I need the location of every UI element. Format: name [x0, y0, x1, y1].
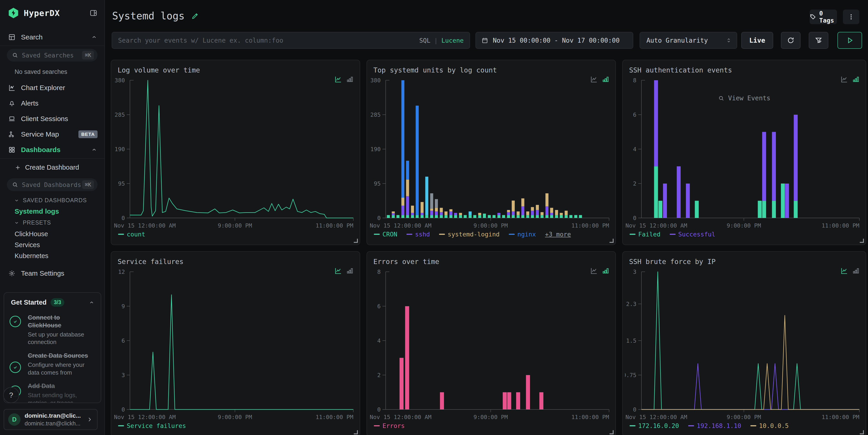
- presets-section[interactable]: PRESETS: [14, 219, 51, 226]
- legend-item[interactable]: systemd-logind: [439, 231, 500, 238]
- chart-explorer-icon: [8, 84, 16, 91]
- hyperdx-logo-icon: [8, 8, 19, 18]
- sidebar-item-client-sessions[interactable]: Client Sessions: [8, 115, 98, 123]
- sql-mode[interactable]: SQL: [419, 37, 430, 44]
- filter-funnel-icon: [815, 36, 823, 44]
- svg-text:0: 0: [377, 406, 381, 413]
- granularity-select[interactable]: Auto Granularity: [640, 32, 737, 49]
- svg-text:Nov 15 12:00:00 AM: Nov 15 12:00:00 AM: [114, 414, 176, 421]
- legend-item[interactable]: +3 more: [545, 231, 571, 238]
- more-options-kebab-icon[interactable]: [843, 9, 859, 24]
- check-circle-icon: [9, 316, 21, 327]
- sidebar-item-alerts[interactable]: Alerts: [8, 99, 98, 107]
- checklist-item-data-sources[interactable]: Create Data Sources Configure where your…: [4, 346, 101, 376]
- svg-text:9:00:00 PM: 9:00:00 PM: [218, 414, 252, 421]
- legend-item[interactable]: count: [118, 231, 145, 238]
- preset-services[interactable]: Services: [14, 241, 40, 249]
- divider: [0, 45, 104, 46]
- checklist-desc: Configure where your data comes from: [28, 361, 95, 377]
- create-dashboard-button[interactable]: Create Dashboard: [14, 164, 98, 171]
- chart-legend: 172.16.0.20192.168.1.1010.0.0.5: [629, 422, 789, 429]
- chart-canvas[interactable]: 86420Nov 15 12:00:00 AM9:00:00 PM11:00:0…: [625, 75, 863, 230]
- resize-handle[interactable]: [610, 430, 614, 434]
- chevron-right-icon: [86, 416, 93, 423]
- legend-item[interactable]: Successful: [670, 231, 715, 238]
- svg-text:9:00:00 PM: 9:00:00 PM: [473, 414, 508, 421]
- run-query-play-button[interactable]: [837, 32, 862, 49]
- legend-item[interactable]: sshd: [406, 231, 430, 238]
- live-button[interactable]: Live: [741, 32, 773, 49]
- resize-handle[interactable]: [354, 430, 358, 434]
- user-menu[interactable]: D dominic.tran@clic... dominic.tran@clic…: [4, 409, 98, 430]
- query-language-toggle[interactable]: SQL | Lucene: [419, 37, 464, 44]
- chevron-up-icon[interactable]: [88, 299, 95, 306]
- granularity-value: Auto Granularity: [646, 37, 708, 44]
- legend-item[interactable]: 172.16.0.20: [629, 422, 679, 429]
- svg-text:9:00:00 PM: 9:00:00 PM: [727, 222, 761, 229]
- checklist-item-add-data[interactable]: Add Data Start sending logs, metrics, or…: [4, 376, 101, 403]
- edit-title-pencil-icon[interactable]: [191, 12, 199, 20]
- legend-item[interactable]: CRON: [374, 231, 397, 238]
- sidebar-item-search[interactable]: Search: [8, 33, 98, 41]
- lucene-mode[interactable]: Lucene: [441, 37, 464, 44]
- svg-text:11:00:00 PM: 11:00:00 PM: [822, 414, 859, 421]
- panel-service-failures: Service failures 129630Nov 15 12:00:00 A…: [111, 251, 360, 435]
- refresh-button[interactable]: [781, 32, 801, 49]
- panel-title: Service failures: [118, 258, 184, 266]
- date-range-picker[interactable]: Nov 15 00:00:00 - Nov 17 00:00:00: [475, 32, 633, 49]
- event-search-input[interactable]: Search your events w/ Lucene ex. column:…: [112, 32, 470, 49]
- legend-item[interactable]: nginx: [509, 231, 536, 238]
- svg-text:95: 95: [374, 180, 381, 187]
- svg-text:2: 2: [377, 372, 381, 378]
- svg-text:4: 4: [633, 146, 637, 153]
- chart-canvas[interactable]: 129630Nov 15 12:00:00 AM9:00:00 PM11:00:…: [114, 266, 358, 421]
- saved-dashboards-input[interactable]: Saved Dashboards ⌘K: [7, 178, 98, 191]
- sidebar-collapse-icon[interactable]: [89, 9, 98, 17]
- panel-title: Top systemd units by log count: [373, 66, 497, 74]
- help-button[interactable]: ?: [3, 387, 19, 403]
- sidebar-item-label: Service Map: [21, 130, 59, 138]
- chart-legend: FailedSuccessful: [629, 231, 715, 238]
- sidebar-item-dashboards[interactable]: Dashboards: [8, 146, 98, 154]
- tags-button[interactable]: 0 Tags: [810, 9, 837, 24]
- legend-item[interactable]: Errors: [374, 422, 405, 429]
- create-dashboard-label: Create Dashboard: [25, 164, 79, 171]
- chart-canvas[interactable]: 86420Nov 15 12:00:00 AM9:00:00 PM11:00:0…: [369, 266, 613, 421]
- panel-title: Log volume over time: [118, 66, 200, 74]
- saved-searches-placeholder: Saved Searches: [22, 52, 74, 59]
- sidebar-item-chart-explorer[interactable]: Chart Explorer: [8, 84, 98, 92]
- svg-text:9:00:00 PM: 9:00:00 PM: [727, 414, 761, 421]
- legend-item[interactable]: Failed: [629, 231, 660, 238]
- filter-button[interactable]: [809, 32, 828, 49]
- sidebar-item-team-settings[interactable]: Team Settings: [8, 270, 98, 277]
- page-title-row: Systemd logs: [112, 10, 199, 22]
- panel-top-systemd-units: Top systemd units by log count 380285190…: [367, 60, 616, 245]
- chart-canvas[interactable]: 380285190950Nov 15 12:00:00 AM9:00:00 PM…: [369, 75, 613, 230]
- svg-text:9:00:00 PM: 9:00:00 PM: [473, 222, 508, 229]
- saved-dashboards-section[interactable]: SAVED DASHBOARDS: [14, 197, 87, 204]
- checklist-item-connect[interactable]: Connect to ClickHouse Set up your databa…: [4, 308, 101, 346]
- sidebar-item-label: Search: [21, 33, 43, 41]
- chevron-up-icon[interactable]: [91, 146, 98, 153]
- no-saved-searches-text: No saved searches: [14, 68, 67, 75]
- saved-dashboard-systemd-logs[interactable]: Systemd logs: [14, 208, 59, 215]
- resize-handle[interactable]: [860, 239, 864, 243]
- legend-item[interactable]: 192.168.1.10: [688, 422, 741, 429]
- chart-canvas[interactable]: 380285190950Nov 15 12:00:00 AM9:00:00 PM…: [114, 75, 358, 230]
- checklist-title: Create Data Sources: [28, 352, 95, 360]
- preset-clickhouse[interactable]: ClickHouse: [14, 230, 48, 238]
- svg-text:12: 12: [118, 269, 125, 275]
- search-icon: [12, 52, 18, 58]
- chevron-up-icon[interactable]: [91, 34, 98, 40]
- resize-handle[interactable]: [610, 239, 614, 243]
- legend-item[interactable]: Service failures: [118, 422, 186, 429]
- saved-searches-input[interactable]: Saved Searches ⌘K: [7, 49, 98, 62]
- resize-handle[interactable]: [860, 430, 864, 434]
- resize-handle[interactable]: [354, 239, 358, 243]
- preset-kubernetes[interactable]: Kubernetes: [14, 252, 48, 260]
- svg-text:6: 6: [377, 303, 381, 310]
- sidebar-item-service-map[interactable]: Service Map BETA: [8, 130, 98, 138]
- chart-canvas[interactable]: 32.31.50.750Nov 15 12:00:00 AM9:00:00 PM…: [625, 266, 863, 421]
- legend-item[interactable]: 10.0.0.5: [750, 422, 789, 429]
- svg-text:1.5: 1.5: [626, 337, 637, 344]
